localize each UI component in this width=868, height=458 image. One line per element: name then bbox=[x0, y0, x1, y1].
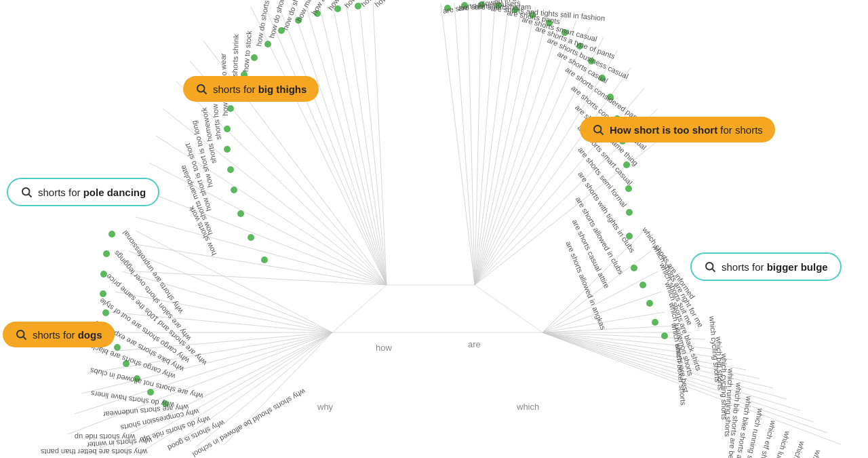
are-item-3: are shorts haram bbox=[475, 3, 531, 11]
svg-line-2 bbox=[278, 4, 387, 285]
are-item-18: are shorts allowed in angkas bbox=[564, 240, 607, 331]
which-item-12: which bib shorts are best bbox=[726, 382, 743, 458]
svg-point-114 bbox=[102, 309, 109, 316]
svg-line-65 bbox=[542, 332, 746, 370]
which-item-15: which etf shorts the s&p bbox=[749, 419, 778, 458]
svg-line-59 bbox=[542, 312, 665, 332]
which-item-6: which shorts are best bbox=[670, 322, 690, 393]
svg-line-37 bbox=[475, 136, 665, 285]
svg-line-8 bbox=[359, 2, 387, 285]
how-item-3: how do shorts make money bbox=[281, 0, 319, 31]
which-item-1: which shorts are informed bbox=[641, 226, 696, 301]
svg-line-28 bbox=[475, 9, 549, 285]
how-item-10: how to stock bbox=[241, 31, 253, 73]
are-item-14: are shorts semi formal bbox=[576, 145, 628, 208]
svg-line-17 bbox=[136, 217, 387, 285]
are-item-1: are shorts allowed in dubai bbox=[442, 0, 531, 15]
svg-line-64 bbox=[542, 332, 732, 360]
svg-point-87 bbox=[314, 10, 321, 17]
how-item-17: how shorts manipulate bbox=[178, 164, 214, 237]
how-short-label: How short is too short for shorts bbox=[610, 124, 763, 136]
why-item-2: why are salon shorts over leggings bbox=[112, 249, 192, 342]
svg-line-21 bbox=[454, 3, 475, 285]
which-item-8: which cycling shorts bbox=[708, 316, 722, 383]
are-label: are bbox=[468, 339, 481, 349]
svg-point-97 bbox=[561, 29, 568, 36]
svg-line-39 bbox=[129, 251, 332, 332]
svg-point-83 bbox=[251, 54, 258, 61]
are-item-9: are shorts casual bbox=[556, 50, 610, 85]
svg-line-15 bbox=[149, 163, 387, 285]
how-item-14: shorts homework bbox=[200, 107, 218, 164]
svg-point-92 bbox=[478, 1, 485, 8]
svg-point-120 bbox=[639, 282, 646, 288]
svg-line-5 bbox=[319, 3, 387, 285]
why-item-10: why compression shorts bbox=[120, 408, 200, 432]
which-item-3: which shorts suit me bbox=[658, 261, 694, 326]
why-item-16: why shorts are better than pants bbox=[41, 448, 147, 456]
svg-line-30 bbox=[475, 20, 576, 285]
svg-point-112 bbox=[114, 344, 121, 351]
svg-point-117 bbox=[103, 250, 110, 257]
are-item-4: are shorts and tights still in fashion bbox=[490, 4, 605, 22]
svg-line-31 bbox=[475, 27, 590, 285]
how-item-18: how shorts work bbox=[187, 205, 218, 257]
why-item-15: why shorts in winter bbox=[87, 436, 153, 449]
svg-point-118 bbox=[108, 231, 115, 237]
svg-line-19 bbox=[136, 271, 387, 285]
svg-line-70 bbox=[542, 332, 814, 422]
svg-line-53 bbox=[197, 332, 332, 446]
how-item-7: how to measure rise bbox=[342, 0, 392, 9]
pole-dancing-bubble[interactable]: shorts for pole dancing bbox=[7, 178, 159, 206]
svg-line-25 bbox=[475, 4, 509, 285]
svg-point-119 bbox=[631, 265, 637, 271]
why-item-8: why do shorts have liners bbox=[90, 389, 175, 409]
svg-line-0 bbox=[251, 7, 387, 285]
pole-dancing-label: shorts for pole dancing bbox=[38, 187, 146, 198]
svg-point-116 bbox=[100, 271, 107, 278]
which-item-14: which running shorts are best bbox=[736, 408, 765, 458]
are-item-2: are shorts trousers bbox=[458, 0, 520, 12]
svg-point-109 bbox=[147, 389, 154, 396]
are-item-8: are shorts business casual bbox=[546, 36, 629, 81]
search-icon bbox=[15, 328, 27, 341]
svg-line-24 bbox=[475, 3, 495, 285]
svg-line-14 bbox=[156, 136, 387, 285]
svg-point-134 bbox=[17, 330, 24, 338]
svg-line-56 bbox=[542, 251, 651, 332]
big-thighs-bubble[interactable]: shorts for big thighs bbox=[183, 76, 319, 102]
svg-point-132 bbox=[594, 126, 601, 133]
which-item-10: which cycling shorts bbox=[720, 354, 728, 420]
svg-point-107 bbox=[626, 233, 633, 240]
how-short-bubble[interactable]: How short is too short for shorts bbox=[580, 117, 775, 142]
how-item-15: how short is too long bbox=[190, 120, 214, 189]
svg-line-51 bbox=[142, 332, 332, 451]
are-item-15: are shorts with tights in clubs bbox=[576, 170, 637, 254]
bigger-bulge-bubble[interactable]: shorts for bigger bulge bbox=[690, 252, 842, 281]
svg-line-125 bbox=[475, 285, 542, 332]
how-item-16: how short is too short bbox=[183, 142, 213, 212]
svg-point-108 bbox=[162, 400, 169, 407]
svg-line-22 bbox=[468, 3, 475, 285]
are-item-7: are shorts a type of pants bbox=[534, 24, 616, 60]
dogs-bubble[interactable]: shorts for dogs bbox=[3, 322, 115, 347]
svg-line-33 bbox=[475, 51, 617, 285]
svg-line-32 bbox=[475, 37, 604, 285]
how-item-5: how are shorts supposed to fit bbox=[310, 0, 367, 16]
svg-point-136 bbox=[706, 263, 713, 270]
svg-line-124 bbox=[332, 285, 387, 332]
svg-line-49 bbox=[88, 332, 332, 455]
svg-line-68 bbox=[542, 332, 787, 399]
svg-line-42 bbox=[108, 312, 332, 332]
svg-point-130 bbox=[22, 188, 30, 195]
svg-point-76 bbox=[231, 187, 237, 193]
svg-line-16 bbox=[142, 190, 387, 285]
svg-line-63 bbox=[542, 332, 719, 349]
svg-point-121 bbox=[646, 300, 653, 307]
svg-point-99 bbox=[588, 58, 595, 64]
svg-line-4 bbox=[305, 3, 387, 285]
svg-line-13 bbox=[163, 109, 387, 285]
which-item-17: which assos shorts bbox=[776, 440, 807, 458]
svg-line-23 bbox=[475, 3, 481, 285]
why-item-11: why do shorts ride up bbox=[141, 415, 211, 444]
